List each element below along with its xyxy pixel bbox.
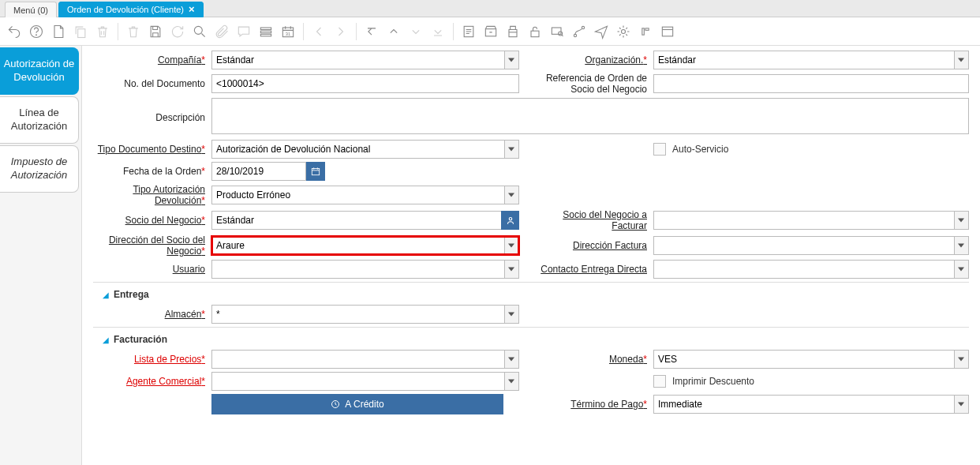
workflow-icon[interactable] (570, 22, 589, 41)
tab-menu-label: Menú (0) (13, 6, 48, 15)
help-icon[interactable] (27, 22, 46, 41)
bp-address-input[interactable] (211, 236, 504, 255)
warehouse-input[interactable] (211, 305, 504, 324)
search-icon[interactable] (190, 22, 209, 41)
direct-contact-input[interactable] (653, 260, 954, 279)
doc-type-dest-field[interactable] (211, 140, 519, 159)
bpartner-bill-input[interactable] (653, 211, 954, 230)
ref-input[interactable] (653, 74, 969, 93)
price-list-field[interactable] (211, 350, 519, 369)
auto-service-checkbox[interactable] (653, 143, 666, 156)
delivery-section-header[interactable]: ◢Entrega (93, 289, 969, 300)
warehouse-field[interactable] (211, 305, 519, 324)
order-date-field[interactable] (211, 162, 519, 181)
dropdown-icon[interactable] (954, 350, 969, 369)
svg-text:31: 31 (286, 32, 290, 36)
bill-address-input[interactable] (653, 236, 954, 255)
auto-service-label: Auto-Servicio (672, 144, 728, 155)
dropdown-icon[interactable] (504, 51, 519, 69)
copy-icon[interactable] (71, 22, 90, 41)
dropdown-icon[interactable] (954, 236, 969, 255)
org-input[interactable] (653, 51, 954, 69)
attachment-icon[interactable] (212, 22, 231, 41)
org-field[interactable] (653, 51, 969, 69)
exit-icon[interactable] (658, 22, 677, 41)
bp-address-field[interactable] (211, 236, 519, 255)
first-icon[interactable] (362, 22, 381, 41)
currency-field[interactable] (653, 350, 969, 369)
new-icon[interactable] (49, 22, 68, 41)
payment-term-field[interactable] (653, 395, 969, 414)
zoom-across-icon[interactable] (548, 22, 567, 41)
svg-rect-4 (260, 28, 271, 30)
bill-address-field[interactable] (653, 236, 969, 255)
print-discount-checkbox[interactable] (653, 375, 666, 388)
calendar-button-icon[interactable] (306, 162, 325, 181)
payment-term-input[interactable] (653, 395, 954, 414)
calendar-icon[interactable]: 31 (279, 22, 297, 41)
bpartner-lookup-icon[interactable] (501, 211, 519, 230)
dropdown-icon[interactable] (954, 395, 969, 414)
sales-agent-input[interactable] (211, 372, 504, 391)
direct-contact-label: Contacto Entrega Directa (535, 264, 653, 275)
report-icon[interactable] (459, 22, 478, 41)
dropdown-icon[interactable] (504, 186, 519, 204)
dropdown-icon[interactable] (954, 211, 969, 230)
toggle-view-icon[interactable] (256, 22, 275, 41)
next-icon[interactable] (331, 22, 350, 41)
side-tab-authorization[interactable]: Autorización de Devolución (0, 47, 79, 95)
auth-type-field[interactable] (211, 186, 519, 204)
chat-icon[interactable] (234, 22, 253, 41)
tab-menu[interactable]: Menú (0) (5, 2, 57, 17)
desc-input[interactable] (211, 98, 969, 134)
dropdown-icon[interactable] (954, 260, 969, 279)
doc-no-input[interactable] (211, 74, 519, 93)
bpartner-input[interactable] (211, 211, 501, 230)
price-list-input[interactable] (211, 350, 504, 369)
refresh-icon[interactable] (168, 22, 187, 41)
currency-input[interactable] (653, 350, 954, 369)
dropdown-icon[interactable] (504, 372, 519, 391)
company-field[interactable] (211, 51, 519, 69)
last-icon[interactable] (428, 22, 447, 41)
user-field[interactable] (211, 260, 519, 279)
dropdown-icon[interactable] (504, 140, 519, 159)
dropdown-icon[interactable] (954, 51, 969, 69)
bpartner-field[interactable] (211, 211, 519, 230)
delete-icon[interactable] (93, 22, 112, 41)
order-date-input[interactable] (211, 162, 306, 181)
prev-icon[interactable] (309, 22, 328, 41)
print-discount-label: Imprimir Descuento (672, 376, 754, 387)
direct-contact-field[interactable] (653, 260, 969, 279)
user-input[interactable] (211, 260, 504, 279)
dropdown-icon[interactable] (504, 236, 519, 255)
gear-icon[interactable] (614, 22, 633, 41)
svg-rect-22 (312, 169, 319, 175)
dropdown-icon[interactable] (504, 350, 519, 369)
undo-icon[interactable] (5, 22, 24, 41)
lock-icon[interactable] (526, 22, 544, 41)
side-tab-auth-line[interactable]: Línea de Autorización (0, 96, 79, 144)
auth-type-input[interactable] (211, 186, 504, 204)
doc-type-dest-input[interactable] (211, 140, 504, 159)
close-icon[interactable]: × (189, 6, 195, 13)
request-icon[interactable] (592, 22, 611, 41)
side-tab-auth-tax[interactable]: Impuesto de Autorización (0, 145, 79, 193)
a-credito-button[interactable]: A Crédito (211, 394, 503, 414)
tab-return-order[interactable]: Orden de Devolución (Cliente) × (58, 2, 204, 17)
archive-icon[interactable] (481, 22, 500, 41)
print-icon[interactable] (503, 22, 522, 41)
down-icon[interactable] (406, 22, 425, 41)
company-input[interactable] (211, 51, 504, 69)
billing-section-header[interactable]: ◢Facturación (93, 334, 969, 345)
dropdown-icon[interactable] (504, 305, 519, 324)
form-panel: Compañía* Organización.* No. del Documen… (82, 46, 980, 465)
sales-agent-field[interactable] (211, 372, 519, 391)
dropdown-icon[interactable] (504, 260, 519, 279)
up-icon[interactable] (384, 22, 403, 41)
save-icon[interactable] (146, 22, 165, 41)
delete-detail-icon[interactable] (124, 22, 143, 41)
bpartner-bill-field[interactable] (653, 211, 969, 230)
ref-label: Referencia de Orden de Socio del Negocio (535, 73, 653, 95)
product-icon[interactable] (636, 22, 655, 41)
